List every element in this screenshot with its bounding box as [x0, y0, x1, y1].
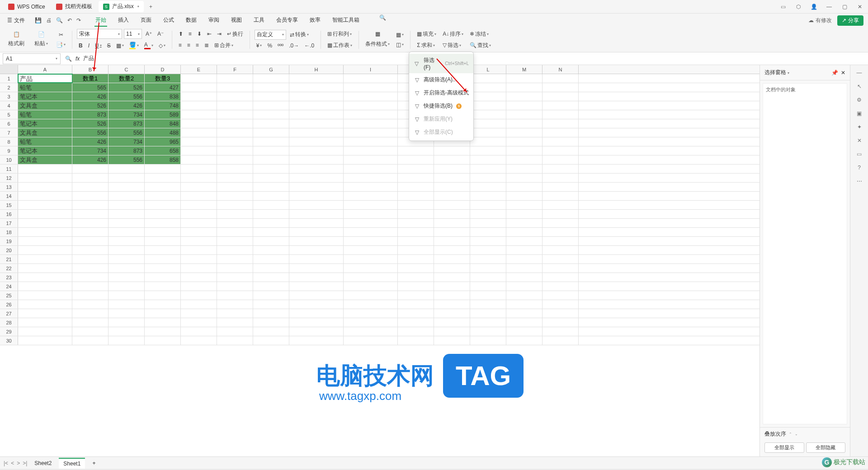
cell[interactable]	[542, 174, 579, 182]
col-header[interactable]: H	[289, 65, 344, 74]
italic-button[interactable]: I	[86, 42, 91, 50]
cell[interactable]	[506, 119, 542, 128]
cell[interactable]	[506, 219, 542, 227]
cell[interactable]	[289, 291, 344, 300]
cell[interactable]	[108, 309, 145, 318]
cell[interactable]	[344, 237, 398, 245]
cut-icon[interactable]: ✂	[57, 31, 65, 39]
cell[interactable]	[108, 282, 145, 291]
cell[interactable]	[18, 201, 72, 209]
cell[interactable]	[398, 318, 434, 327]
cell[interactable]	[217, 210, 253, 218]
cell[interactable]	[72, 291, 108, 300]
row-header[interactable]: 1	[0, 74, 18, 83]
close-button[interactable]: ✕	[855, 2, 864, 11]
filter-button[interactable]: ▽筛选▾	[441, 41, 465, 50]
cell[interactable]	[217, 137, 253, 146]
cell[interactable]	[289, 146, 344, 155]
cell[interactable]	[181, 110, 217, 119]
cell[interactable]	[145, 237, 181, 245]
cell[interactable]	[18, 183, 72, 191]
cell[interactable]: 848	[145, 119, 181, 128]
cell[interactable]	[289, 101, 344, 110]
cell[interactable]	[344, 219, 398, 227]
cell[interactable]	[181, 336, 217, 345]
cell[interactable]	[506, 300, 542, 309]
cell[interactable]	[434, 246, 470, 254]
percent[interactable]: %	[265, 42, 274, 50]
cell[interactable]: 873	[72, 110, 108, 119]
cell[interactable]	[434, 237, 470, 245]
cell[interactable]	[542, 74, 579, 83]
formula-input[interactable]: 产品	[80, 55, 868, 62]
cell[interactable]	[18, 237, 72, 245]
cell[interactable]	[506, 83, 542, 92]
cell[interactable]	[181, 146, 217, 155]
cond-format[interactable]: 条件格式▾	[363, 39, 392, 49]
cell[interactable]	[344, 137, 398, 146]
cell[interactable]	[470, 174, 506, 182]
align-justify[interactable]: ≣	[203, 41, 211, 49]
cell[interactable]	[18, 164, 72, 173]
cell[interactable]	[542, 255, 579, 263]
cell[interactable]	[253, 128, 289, 137]
cell[interactable]	[542, 228, 579, 236]
cell[interactable]	[145, 309, 181, 318]
cell[interactable]	[542, 318, 579, 327]
cell[interactable]: 734	[72, 146, 108, 155]
cell[interactable]	[344, 183, 398, 191]
cell[interactable]	[470, 137, 506, 146]
cell[interactable]	[72, 174, 108, 182]
cell[interactable]	[542, 164, 579, 173]
cell[interactable]	[253, 336, 289, 345]
cell[interactable]	[506, 201, 542, 209]
cell[interactable]	[18, 318, 72, 327]
cell[interactable]	[506, 210, 542, 218]
cell[interactable]	[470, 119, 506, 128]
cell[interactable]: 铅笔	[18, 83, 72, 92]
cell[interactable]	[542, 219, 579, 227]
cell[interactable]	[470, 246, 506, 254]
cell[interactable]	[217, 92, 253, 101]
cell[interactable]	[506, 237, 542, 245]
col-header[interactable]: I	[344, 65, 398, 74]
cell[interactable]	[72, 183, 108, 191]
cell[interactable]	[289, 336, 344, 345]
cell[interactable]: 铅笔	[18, 110, 72, 119]
cell[interactable]	[506, 192, 542, 200]
cell[interactable]	[542, 192, 579, 200]
cell[interactable]	[18, 264, 72, 273]
cell[interactable]	[398, 228, 434, 236]
cell[interactable]	[72, 219, 108, 227]
cell[interactable]	[18, 174, 72, 182]
cell[interactable]	[470, 210, 506, 218]
cell[interactable]	[145, 228, 181, 236]
cell[interactable]	[253, 92, 289, 101]
cell[interactable]	[253, 327, 289, 336]
col-header[interactable]: C	[108, 65, 145, 74]
wrap-button[interactable]: ↵换行	[225, 29, 245, 39]
cell[interactable]	[398, 273, 434, 282]
cell[interactable]	[344, 164, 398, 173]
cell[interactable]	[253, 192, 289, 200]
row-header[interactable]: 28	[0, 318, 18, 327]
row-header[interactable]: 22	[0, 264, 18, 273]
cell[interactable]	[181, 264, 217, 273]
cell[interactable]	[18, 282, 72, 291]
cell[interactable]	[470, 318, 506, 327]
cell[interactable]	[470, 83, 506, 92]
cell[interactable]	[506, 92, 542, 101]
table-style[interactable]: ▦▾	[394, 31, 406, 39]
tab-smart[interactable]: 智能工具箱	[331, 14, 360, 27]
cell[interactable]	[289, 300, 344, 309]
sum-button[interactable]: Σ求和▾	[415, 41, 438, 50]
row-header[interactable]: 6	[0, 119, 18, 128]
cell[interactable]	[217, 228, 253, 236]
tab-formula[interactable]: 公式	[162, 14, 175, 27]
cell[interactable]	[434, 336, 470, 345]
cell[interactable]	[253, 183, 289, 191]
cell[interactable]	[181, 183, 217, 191]
row-header[interactable]: 17	[0, 219, 18, 227]
cell[interactable]	[506, 155, 542, 164]
transpose-button[interactable]: ⇄转换▾	[288, 30, 311, 39]
